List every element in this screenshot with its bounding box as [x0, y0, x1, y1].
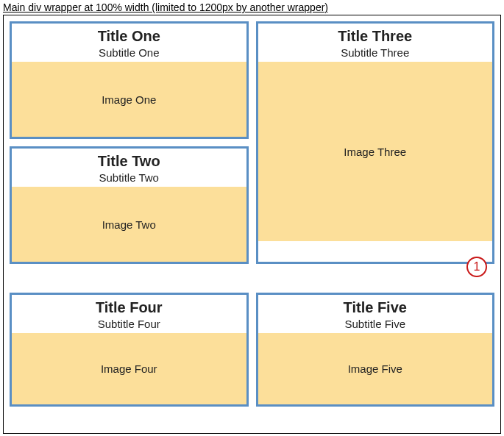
card-three-title: Title Three — [258, 28, 493, 45]
layout-grid: Title One Subtitle One Image One Title T… — [10, 21, 494, 427]
main-wrapper: Title One Subtitle One Image One Title T… — [3, 15, 501, 434]
card-three-header: Title Three Subtitle Three — [258, 24, 493, 62]
card-one-title: Title One — [12, 28, 246, 45]
annotation-marker-1: 1 — [466, 257, 487, 277]
card-five-title: Title Five — [258, 299, 493, 316]
card-four-title: Title Four — [12, 299, 246, 316]
card-five-subtitle: Subtitle Five — [258, 318, 493, 330]
card-two-subtitle: Subtitle Two — [12, 171, 246, 184]
card-five-header: Title Five Subtitle Five — [258, 295, 493, 333]
card-two: Title Two Subtitle Two Image Two — [10, 146, 249, 264]
card-one-subtitle: Subtitle One — [12, 46, 246, 59]
card-two-title: Title Two — [12, 153, 246, 170]
card-four: Title Four Subtitle Four Image Four — [10, 293, 249, 407]
card-three-subtitle: Subtitle Three — [258, 46, 493, 59]
card-two-image: Image Two — [12, 187, 246, 262]
card-two-header: Title Two Subtitle Two — [12, 149, 246, 187]
card-four-header: Title Four Subtitle Four — [12, 295, 246, 333]
card-three-image: Image Three — [258, 62, 493, 241]
card-five-image: Image Five — [258, 333, 493, 404]
card-one-header: Title One Subtitle One — [12, 24, 246, 62]
card-three: Title Three Subtitle Three Image Three — [256, 21, 495, 264]
card-five: Title Five Subtitle Five Image Five — [256, 293, 495, 407]
card-four-image: Image Four — [12, 333, 246, 404]
card-one: Title One Subtitle One Image One — [10, 21, 249, 139]
card-four-subtitle: Subtitle Four — [12, 318, 246, 330]
left-column-top: Title One Subtitle One Image One Title T… — [10, 21, 249, 285]
card-one-image: Image One — [12, 62, 246, 137]
wrapper-caption: Main div wrapper at 100% width (limited … — [0, 0, 504, 15]
